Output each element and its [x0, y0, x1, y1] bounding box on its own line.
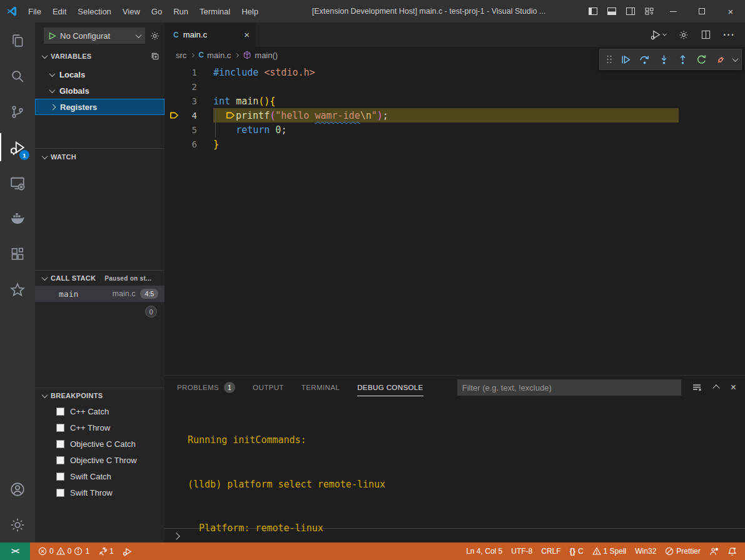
menu-selection[interactable]: Selection	[72, 0, 116, 22]
warning-triangle-icon	[592, 547, 601, 556]
tab-problems[interactable]: PROBLEMS 1	[177, 376, 235, 399]
eol-status[interactable]: CRLF	[537, 542, 565, 560]
menu-go[interactable]: Go	[146, 0, 168, 22]
settings-gear-icon[interactable]	[0, 507, 35, 542]
line-number: 3	[181, 96, 197, 106]
toggle-secondary-sidebar-icon[interactable]	[621, 0, 640, 22]
breadcrumb-symbol[interactable]: main()	[243, 51, 278, 60]
step-into-icon[interactable]	[656, 51, 671, 68]
error-circle-icon	[38, 547, 47, 556]
status-bar: >< 0 0 1 1 Ln 4, Col 5 UTF-8 CRLF {} C	[0, 542, 745, 560]
step-over-icon[interactable]	[637, 51, 652, 68]
split-editor-icon[interactable]	[701, 30, 711, 39]
tab-terminal[interactable]: TERMINAL	[302, 376, 340, 399]
console-filter-input[interactable]	[457, 379, 681, 396]
launch-config-dropdown[interactable]: No Configurat	[44, 28, 145, 44]
activity-docker-icon[interactable]	[0, 201, 35, 236]
minimize-button[interactable]	[659, 0, 687, 22]
close-panel-icon[interactable]: ×	[731, 382, 736, 393]
menu-run[interactable]: Run	[168, 0, 194, 22]
encoding-status[interactable]: UTF-8	[507, 542, 537, 560]
run-file-button[interactable]	[651, 29, 666, 40]
tab-output[interactable]: OUTPUT	[253, 376, 284, 399]
breakpoint-checkbox[interactable]	[56, 408, 64, 416]
stack-frame-name: main	[59, 289, 78, 299]
breakpoint-checkbox[interactable]	[56, 424, 64, 432]
restart-icon[interactable]	[694, 51, 709, 68]
toggle-sidebar-icon[interactable]	[584, 0, 602, 22]
breakpoints-section-header[interactable]: BREAKPOINTS	[35, 388, 165, 403]
spell-checker-status[interactable]: 1 Spell	[588, 542, 631, 560]
maximize-button[interactable]	[687, 0, 716, 22]
breakpoint-row-objc-throw[interactable]: Objective C Throw	[35, 452, 165, 468]
breakpoint-row-cpp-catch[interactable]: C++ Catch	[35, 403, 165, 419]
close-window-button[interactable]: ×	[716, 0, 745, 22]
breakpoint-checkbox[interactable]	[56, 489, 64, 497]
notifications-bell-icon[interactable]	[723, 542, 741, 560]
toolbar-more-chevron-icon[interactable]	[732, 56, 739, 62]
editor-settings-gear-icon[interactable]	[679, 30, 689, 40]
problems-count-badge: 1	[224, 382, 235, 393]
debug-badge: 1	[19, 150, 29, 160]
activity-extensions-icon[interactable]	[0, 236, 35, 272]
breadcrumb-folder[interactable]: src	[176, 51, 186, 60]
remote-indicator[interactable]: ><	[0, 542, 30, 560]
activity-source-control-icon[interactable]	[0, 94, 35, 129]
menu-help[interactable]: Help	[236, 0, 264, 22]
activity-run-debug-icon[interactable]: 1	[0, 129, 35, 165]
continue-icon[interactable]	[618, 51, 634, 68]
variables-item-registers[interactable]: Registers	[35, 99, 165, 115]
tab-debug-console[interactable]: DEBUG CONSOLE	[357, 376, 423, 399]
step-out-icon[interactable]	[675, 51, 691, 68]
chevron-down-icon	[136, 32, 142, 38]
watch-section-header[interactable]: WATCH	[35, 149, 165, 165]
collapse-all-icon[interactable]	[151, 52, 160, 61]
activity-explorer-icon[interactable]	[0, 22, 35, 58]
feedback-person-icon[interactable]	[705, 542, 723, 560]
stack-frame-row[interactable]: main main.c 4:5	[35, 286, 165, 302]
tools-status[interactable]: 1	[94, 542, 118, 560]
breakpoint-row-swift-catch[interactable]: Swift Catch	[35, 468, 165, 484]
breakpoint-checkbox[interactable]	[56, 472, 64, 481]
breakpoint-checkbox[interactable]	[56, 440, 64, 448]
activity-favorites-icon[interactable]	[0, 272, 35, 308]
menu-file[interactable]: File	[23, 0, 47, 22]
toggle-panel-icon[interactable]	[602, 0, 621, 22]
debug-status-icon[interactable]	[118, 542, 136, 560]
maximize-panel-icon[interactable]	[714, 383, 719, 392]
code-editor[interactable]: 1 #include <stdio.h> 2 3 int main(){ 4 p…	[165, 63, 745, 373]
debug-settings-gear-icon[interactable]	[150, 31, 160, 41]
breakpoint-checkbox[interactable]	[56, 456, 64, 464]
variables-item-locals[interactable]: Locals	[35, 66, 165, 82]
breakpoint-row-swift-throw[interactable]: Swift Throw	[35, 484, 165, 501]
variables-item-globals[interactable]: Globals	[35, 82, 165, 99]
breakpoint-row-cpp-throw[interactable]: C++ Throw	[35, 419, 165, 436]
language-mode-status[interactable]: {} C	[565, 542, 588, 560]
debug-console-output[interactable]: Running initCommands: (lldb) platform se…	[165, 399, 745, 528]
more-actions-icon[interactable]: ···	[723, 29, 735, 41]
tab-main-c[interactable]: C main.c ×	[165, 22, 256, 47]
menu-edit[interactable]: Edit	[47, 0, 72, 22]
menu-terminal[interactable]: Terminal	[194, 0, 236, 22]
toolbar-drag-grip[interactable]	[604, 51, 615, 68]
line-number: 1	[181, 68, 197, 78]
breakpoint-row-objc-catch[interactable]: Objective C Catch	[35, 436, 165, 452]
variables-section-header[interactable]: VARIABLES	[35, 49, 165, 64]
clear-console-icon[interactable]	[692, 382, 702, 392]
customize-layout-icon[interactable]	[640, 0, 659, 22]
line-number: 4	[181, 111, 197, 121]
activity-remote-explorer-icon[interactable]	[0, 165, 35, 201]
cursor-position-status[interactable]: Ln 4, Col 5	[462, 542, 507, 560]
activity-search-icon[interactable]	[0, 58, 35, 94]
disconnect-icon[interactable]	[713, 51, 729, 68]
problems-status[interactable]: 0 0 1	[34, 542, 94, 560]
account-icon[interactable]	[0, 471, 35, 507]
code-line-5: 5 return 0;	[165, 122, 745, 137]
chevron-down-icon	[49, 87, 56, 93]
formatter-status[interactable]: Prettier	[661, 542, 705, 560]
breadcrumb-file[interactable]: C main.c	[198, 51, 231, 60]
close-tab-icon[interactable]: ×	[244, 30, 250, 39]
build-target-status[interactable]: Win32	[631, 542, 661, 560]
menu-view[interactable]: View	[117, 0, 146, 22]
callstack-section-header[interactable]: CALL STACK Paused on st...	[35, 271, 165, 286]
